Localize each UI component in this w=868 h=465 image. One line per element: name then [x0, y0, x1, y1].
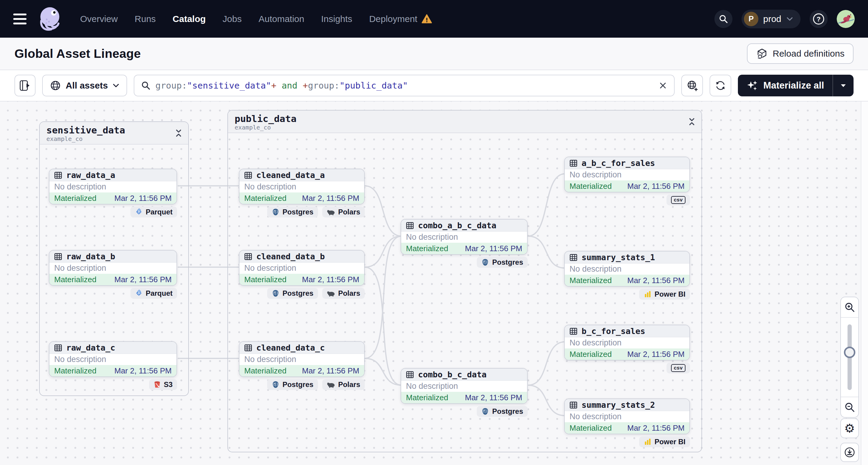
s3-icon [154, 381, 161, 389]
asset-tags: Postgres Polars [239, 207, 365, 217]
asset-node-a-b-c-for-sales[interactable]: a_b_c_for_sales No description Materiali… [564, 157, 690, 192]
materialization-timestamp: Mar 2, 11:56 PM [627, 350, 685, 359]
zoom-slider[interactable] [841, 317, 858, 397]
table-icon [406, 371, 414, 378]
tag-label: Power BI [654, 438, 685, 446]
postgres-icon [272, 381, 279, 389]
status-badge: Materialized [54, 194, 96, 203]
globe-icon [50, 80, 61, 91]
search-button[interactable] [714, 10, 733, 28]
chevron-down-icon [113, 84, 119, 88]
asset-node-raw-data-c[interactable]: raw_data_c No description MaterializedMa… [49, 341, 177, 377]
help-button[interactable]: ? [810, 10, 828, 28]
view-full-graph-button[interactable] [681, 75, 703, 96]
asset-tags: Power BI [564, 289, 690, 300]
nav-item-jobs[interactable]: Jobs [223, 14, 242, 24]
page-title: Global Asset Lineage [14, 47, 141, 61]
asset-node-combo-a-b-c-data[interactable]: combo_a_b_c_data No description Material… [401, 219, 528, 255]
kind-tag-parquet: Parquet [130, 207, 177, 217]
collapse-group-icon[interactable] [175, 129, 182, 137]
asset-query-input[interactable]: group:"sensitive_data"+ and +group:"publ… [134, 75, 675, 96]
tag-label: Power BI [654, 290, 685, 299]
download-graph-button[interactable] [840, 443, 859, 462]
nav-item-runs[interactable]: Runs [135, 14, 156, 24]
chevron-down-icon [786, 17, 793, 21]
asset-description: No description [401, 381, 527, 392]
tag-label: Postgres [282, 289, 313, 298]
group-header[interactable]: public_data example_co [228, 111, 702, 133]
kind-tag-polars: Polars [322, 288, 365, 299]
zoom-slider-handle[interactable] [844, 347, 855, 358]
nav-links: Overview Runs Catalog Jobs Automation In… [80, 14, 432, 24]
asset-description: No description [240, 262, 364, 274]
tag-label: Parquet [146, 208, 173, 216]
status-badge: Materialized [54, 275, 96, 284]
asset-description: No description [50, 354, 177, 365]
parquet-icon [135, 208, 143, 216]
vertical-scrollbar[interactable] [861, 101, 868, 465]
kind-tag-postgres: Postgres [477, 257, 528, 268]
asset-description: No description [240, 354, 364, 365]
dagster-logo-icon[interactable] [37, 4, 66, 33]
asset-node-b-c-for-sales[interactable]: b_c_for_sales No description Materialize… [564, 324, 690, 361]
asset-tags: Postgres [401, 257, 528, 268]
nav-item-deployment[interactable]: Deployment [369, 14, 432, 24]
nav-item-overview[interactable]: Overview [80, 14, 118, 24]
search-icon [719, 14, 728, 24]
kind-tag-postgres: Postgres [267, 379, 318, 390]
nav-item-insights[interactable]: Insights [321, 14, 352, 24]
asset-name: combo_a_b_c_data [418, 221, 496, 230]
tag-label: Parquet [146, 289, 173, 298]
group-subtitle: example_co [235, 124, 695, 131]
collapse-group-icon[interactable] [688, 118, 695, 126]
table-icon [244, 344, 252, 352]
table-icon [569, 254, 577, 261]
nav-item-catalog[interactable]: Catalog [173, 14, 206, 24]
status-badge: Materialized [244, 275, 286, 284]
nav-item-automation[interactable]: Automation [258, 14, 304, 24]
status-badge: Materialized [569, 182, 612, 191]
asset-node-cleaned-data-b[interactable]: cleaned_data_b No description Materializ… [239, 250, 365, 286]
deployment-switcher[interactable]: P prod [742, 10, 801, 28]
asset-node-summary-stats-2[interactable]: summary_stats_2 No description Materiali… [564, 398, 690, 434]
asset-tags: csv [564, 363, 690, 373]
group-header[interactable]: sensitive_data example_co [40, 122, 188, 145]
user-avatar[interactable] [837, 10, 855, 28]
refresh-button[interactable] [710, 75, 731, 96]
materialize-options-button[interactable] [833, 75, 854, 96]
csv-icon: csv [671, 196, 685, 204]
asset-scope-dropdown[interactable]: All assets [42, 75, 127, 96]
asset-node-cleaned-data-a[interactable]: cleaned_data_a No description Materializ… [239, 169, 365, 205]
lineage-toolbar: All assets group:"sensitive_data"+ and +… [0, 70, 868, 101]
asset-node-summary-stats-1[interactable]: summary_stats_1 No description Materiali… [564, 251, 690, 287]
zoom-out-button[interactable] [841, 397, 858, 417]
kind-tag-postgres: Postgres [267, 288, 318, 299]
materialize-all-button[interactable]: Materialize all [738, 75, 854, 96]
materialization-timestamp: Mar 2, 11:56 PM [302, 366, 359, 376]
status-badge: Materialized [569, 276, 612, 285]
materialization-timestamp: Mar 2, 11:56 PM [627, 182, 685, 191]
graph-settings-button[interactable]: ⚙ [840, 418, 859, 438]
clear-query-icon[interactable] [658, 81, 668, 90]
asset-name: raw_data_a [66, 170, 115, 180]
asset-node-combo-b-c-data[interactable]: combo_b_c_data No description Materializ… [401, 368, 528, 404]
table-icon [569, 328, 577, 335]
tag-label: Postgres [282, 380, 313, 389]
tag-label: Polars [338, 380, 360, 389]
materialize-all-main[interactable]: Materialize all [738, 75, 833, 96]
open-left-panel-button[interactable] [14, 75, 35, 96]
env-badge: P [744, 12, 758, 26]
zoom-in-button[interactable] [841, 297, 858, 317]
hamburger-menu-icon[interactable] [13, 13, 27, 24]
asset-node-cleaned-data-c[interactable]: cleaned_data_c No description Materializ… [239, 341, 365, 377]
table-icon [406, 222, 414, 229]
asset-node-raw-data-b[interactable]: raw_data_b No description MaterializedMa… [49, 250, 177, 286]
lineage-canvas[interactable]: sensitive_data example_co public_data ex… [0, 101, 868, 465]
open-panel-icon [19, 80, 31, 92]
reload-definitions-button[interactable]: Reload definitions [747, 43, 854, 64]
asset-tags: S3 [49, 379, 177, 390]
tag-label: Polars [338, 289, 360, 298]
asset-name: b_c_for_sales [582, 327, 645, 336]
postgres-icon [272, 208, 279, 216]
asset-node-raw-data-a[interactable]: raw_data_a No description MaterializedMa… [49, 169, 177, 205]
